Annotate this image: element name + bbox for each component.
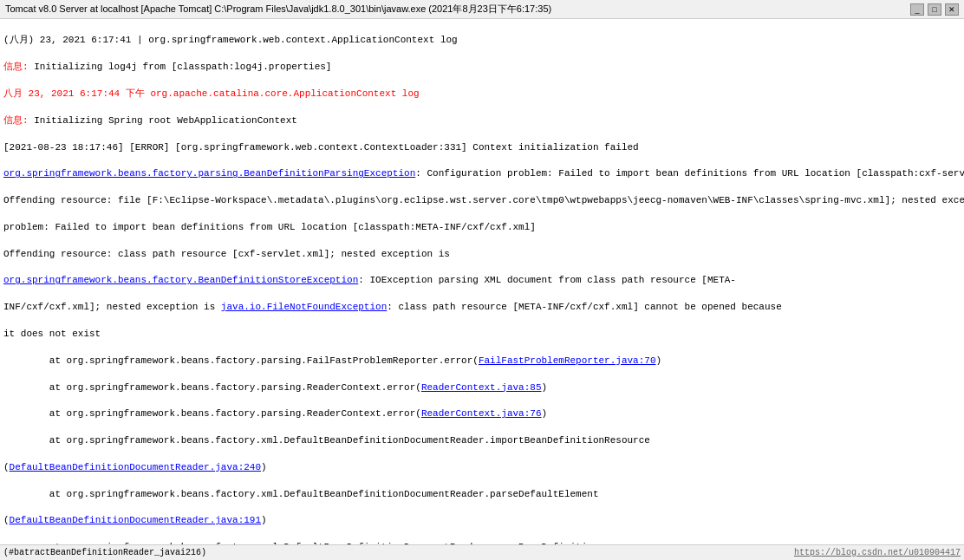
- log-text: (DefaultBeanDefinitionDocumentReader.jav…: [3, 462, 267, 472]
- window-controls: _ □ ✕: [910, 3, 959, 16]
- log-line: at org.springframework.beans.factory.par…: [3, 381, 961, 394]
- log-line: 信息: Initializing Spring root WebApplicat…: [3, 114, 961, 127]
- log-line: Offending resource: class path resource …: [3, 248, 961, 261]
- exception-link[interactable]: java.io.FileNotFoundException: [221, 302, 387, 312]
- log-line: at org.springframework.beans.factory.xml…: [3, 488, 961, 501]
- log-text: (DefaultBeanDefinitionDocumentReader.jav…: [3, 515, 267, 525]
- log-text: at org.springframework.beans.factory.par…: [3, 382, 547, 393]
- log-line: org.springframework.beans.factory.parsin…: [3, 167, 961, 180]
- log-text: : Configuration problem: Failed to impor…: [415, 168, 964, 179]
- status-right-link[interactable]: https://blog.csdn.net/u010904417: [794, 548, 961, 557]
- maximize-button[interactable]: □: [928, 3, 941, 16]
- log-text: at org.springframework.beans.factory.par…: [3, 355, 661, 366]
- stack-link[interactable]: DefaultBeanDefinitionDocumentReader.java…: [10, 462, 261, 472]
- log-text: : IOException parsing XML document from …: [358, 275, 736, 285]
- log-container: (八月) 23, 2021 6:17:41 | org.springframew…: [0, 19, 964, 544]
- log-text: Initializing Spring root WebApplicationC…: [34, 115, 297, 126]
- log-line: at org.springframework.beans.factory.par…: [3, 407, 961, 420]
- stack-link[interactable]: FailFastProblemReporter.java:70: [479, 355, 656, 366]
- log-line: Offending resource: file [F:\Eclipse-Wor…: [3, 194, 961, 207]
- log-line: 信息: Initializing log4j from [classpath:l…: [3, 61, 961, 74]
- stack-link[interactable]: ReaderContext.java:76: [421, 408, 542, 419]
- log-label: 信息:: [3, 115, 34, 126]
- stack-link[interactable]: DefaultBeanDefinitionDocumentReader.java…: [10, 515, 261, 525]
- log-line: 八月 23, 2021 6:17:44 下午 org.apache.catali…: [3, 88, 961, 101]
- title-text: Tomcat v8.0 Server at localhost [Apache …: [5, 3, 551, 16]
- log-line: (八月) 23, 2021 6:17:41 | org.springframew…: [3, 34, 961, 47]
- log-line: it does not exist: [3, 328, 961, 341]
- log-text: Initializing log4j from [classpath:log4j…: [34, 62, 331, 72]
- log-line: org.springframework.beans.factory.BeanDe…: [3, 274, 961, 287]
- log-line: at org.springframework.beans.factory.xml…: [3, 434, 961, 447]
- log-line: (DefaultBeanDefinitionDocumentReader.jav…: [3, 514, 961, 527]
- log-label: 信息:: [3, 62, 34, 72]
- log-line: [2021-08-23 18:17:46] [ERROR] [org.sprin…: [3, 141, 961, 154]
- exception-link[interactable]: org.springframework.beans.factory.BeanDe…: [3, 275, 358, 285]
- log-line: (DefaultBeanDefinitionDocumentReader.jav…: [3, 461, 961, 474]
- close-button[interactable]: ✕: [945, 3, 959, 16]
- log-line: at org.springframework.beans.factory.par…: [3, 355, 961, 368]
- exception-link[interactable]: org.springframework.beans.factory.parsin…: [3, 168, 415, 179]
- log-line: INF/cxf/cxf.xml]; nested exception is ja…: [3, 301, 961, 314]
- log-line: problem: Failed to import bean definitio…: [3, 221, 961, 234]
- minimize-button[interactable]: _: [910, 3, 924, 16]
- stack-link[interactable]: ReaderContext.java:85: [421, 382, 542, 393]
- title-bar: Tomcat v8.0 Server at localhost [Apache …: [0, 0, 964, 19]
- log-text: at org.springframework.beans.factory.par…: [3, 408, 547, 419]
- status-bar: (#batractBeanDefinitionReader_javai216) …: [0, 544, 964, 560]
- status-left: (#batractBeanDefinitionReader_javai216): [3, 548, 206, 557]
